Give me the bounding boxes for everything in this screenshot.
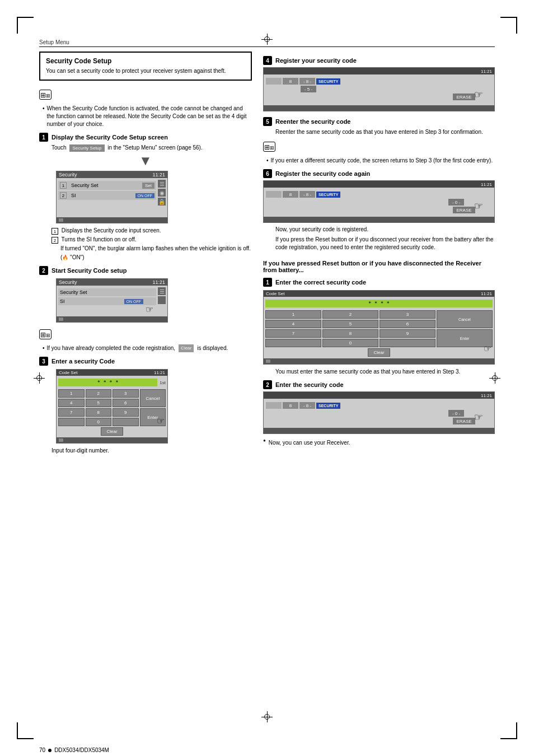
hand-cursor-sub2: ☞ (474, 411, 483, 423)
key-9[interactable]: 9 (113, 408, 139, 417)
annot-num-1: 1 (51, 228, 58, 235)
code-screen-sub1-title: Code Set (266, 291, 284, 296)
note-section-1: ⊞ When the Security Code function is act… (39, 86, 252, 128)
reg-btn-security[interactable]: SECURITY (316, 78, 340, 85)
security-setup-button-label: Security Setup (69, 144, 104, 152)
screen-2-body: Security Set SI ON OFF ☞ ☰ (57, 286, 167, 316)
sub1-key-7[interactable]: 7 (265, 329, 321, 338)
reg-screen-sub2: 11:21 8 - 8 - SECURITY - 0 - (263, 391, 495, 434)
reg-btn-security-sub2[interactable]: SECURITY (316, 403, 340, 409)
note-icon-5: ⊞ (263, 142, 275, 152)
icon-lock: 🔒 (158, 198, 166, 206)
arrow-down-1: ▼ (39, 154, 252, 167)
step-2-title: Start Security Code setup (51, 267, 127, 274)
bottom-icon-sub1 (266, 360, 270, 363)
sub1-key-9[interactable]: 9 (380, 329, 435, 338)
reg-cell-4-1a (266, 78, 282, 85)
key-cancel[interactable]: Cancel (140, 389, 166, 407)
key-3[interactable]: 3 (113, 389, 139, 398)
annot-4: (🔥 "ON") (51, 254, 252, 262)
on-off-toggle[interactable]: ON OFF (135, 193, 154, 198)
screen-2-row2: SI ON OFF (58, 297, 156, 305)
corner-mark-br (500, 722, 517, 739)
screen-1-body: 1 Security Set Set 2 SI ON OFF (57, 178, 167, 217)
sub1-key-4[interactable]: 4 (265, 320, 321, 328)
sub1-keypad: 1 2 3 Cancel 4 5 6 7 8 9 Enter (265, 310, 493, 347)
icon-list: ☰ (158, 180, 166, 188)
sub1-key-3[interactable]: 3 (380, 310, 435, 319)
step-5-title: Reenter the security code (275, 118, 351, 125)
security-screen-2: Security 11:21 Security Set SI ON OFF ☞ … (56, 278, 168, 323)
annot-1: 1 Displays the Security code input scree… (51, 227, 252, 235)
screen-2-bottom (57, 316, 167, 322)
annot-num-2: 2 (51, 237, 58, 244)
on-off-toggle-2[interactable]: ON OFF (124, 299, 143, 304)
sub1-key-clear[interactable]: Clear (368, 348, 390, 357)
page-dot (48, 749, 51, 752)
reg-row-sub2-2: - 0 - (266, 410, 464, 417)
right-column: 4 Register your security code 11:21 8 - … (263, 52, 495, 457)
reg-cell-6-2a: - 0 - (448, 199, 464, 206)
key-blank (58, 418, 85, 426)
step-2: 2 Start Security Code setup Security 11:… (39, 266, 252, 352)
annotations-1: 1 Displays the Security code input scree… (39, 227, 252, 262)
sub1-key-1[interactable]: 1 (265, 310, 321, 319)
step-6-title: Register the security code again (275, 170, 370, 177)
sub1-key-blank (265, 339, 321, 347)
key-1[interactable]: 1 (58, 389, 85, 398)
sub1-key-cancel[interactable]: Cancel (437, 310, 493, 328)
corner-mark-tl (17, 17, 34, 34)
reg-cell-sub2-3a: ERASE (453, 418, 475, 424)
icon-2-b (158, 296, 166, 304)
reg-btn-security-6[interactable]: SECURITY (316, 192, 340, 198)
key-6[interactable]: 6 (113, 399, 139, 407)
clear-button[interactable]: Clear (179, 344, 194, 352)
sub1-key-2[interactable]: 2 (322, 310, 378, 319)
screen-2-icons: ☰ (158, 287, 166, 304)
reg-cell-6-3a: ERASE (453, 207, 475, 213)
sub1-key-8[interactable]: 8 (322, 329, 378, 338)
set-button[interactable]: Set (142, 183, 154, 189)
step-5-header: 5 Reenter the security code (263, 117, 495, 126)
sub-step-1-header: 1 Enter the correct security code (263, 278, 495, 287)
note-text-1: When the Security Code function is activ… (39, 105, 252, 128)
key-7[interactable]: 7 (58, 408, 85, 417)
key-0[interactable]: 0 (86, 418, 112, 426)
step-6: 6 Register the security code again 11:21… (263, 169, 495, 251)
reg-row-6-2: - 0 - (266, 199, 464, 206)
note-text-5: If you enter a different security code, … (263, 157, 495, 165)
reg-cell-6-1c: - 8 - (299, 191, 315, 198)
setup-box-title: Security Code Setup (46, 57, 245, 65)
spacer-1 (58, 201, 156, 212)
key-5[interactable]: 5 (86, 399, 112, 407)
reg-row-sub2-1: 8 - 8 - SECURITY (266, 402, 492, 409)
section-header: Setup Menu (39, 39, 495, 47)
step-4-header: 4 Register your security code (263, 56, 495, 65)
sub1-key-0[interactable]: 0 (322, 339, 378, 347)
sub1-key-blank2 (380, 339, 435, 347)
keypad-grid: 1 2 3 Cancel 4 5 6 7 8 9 Enter (58, 389, 166, 426)
sub-step-2-num: 2 (263, 380, 272, 389)
step-2-header: 2 Start Security Code setup (39, 266, 252, 275)
key-8[interactable]: 8 (86, 408, 112, 417)
bottom-icon-3 (59, 438, 63, 442)
main-content: Setup Menu Security Code Setup You can s… (39, 39, 495, 717)
setup-box-desc: You can set a security code to protect y… (46, 67, 245, 75)
sub1-key-6[interactable]: 6 (380, 320, 435, 328)
sub1-key-5[interactable]: 5 (322, 320, 378, 328)
sub-step-1-title: Enter the correct security code (275, 279, 366, 286)
icon-person: ◉ (158, 189, 166, 197)
key-4[interactable]: 4 (58, 399, 85, 407)
hand-cursor-4: ☞ (474, 88, 483, 101)
screen-1-bottom (57, 217, 167, 223)
key-2[interactable]: 2 (86, 389, 112, 398)
step-1-header: 1 Display the Security Code Setup screen (39, 133, 252, 142)
step-3-title: Enter a security Code (51, 358, 115, 365)
screen-2-row1: Security Set (58, 288, 156, 296)
sub-step-2: 2 Enter the security code 11:21 8 - 8 - … (263, 380, 495, 449)
page-number: 70 (39, 747, 45, 753)
sub-step-2-header: 2 Enter the security code (263, 380, 495, 389)
note-icon-1: ⊞ (39, 90, 51, 100)
key-clear[interactable]: Clear (101, 427, 123, 436)
sub-step-2-text-row: ● Now, you can use your Receiver. (263, 437, 495, 449)
